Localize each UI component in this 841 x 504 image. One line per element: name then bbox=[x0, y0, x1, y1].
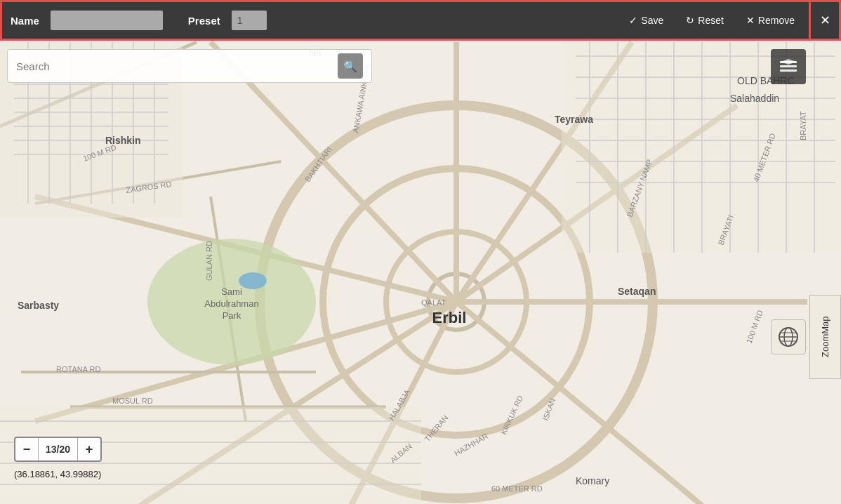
zoom-out-button[interactable]: − bbox=[15, 438, 38, 460]
svg-text:ROTANA RD: ROTANA RD bbox=[56, 365, 100, 373]
svg-text:Salahaddin: Salahaddin bbox=[730, 93, 779, 104]
remove-label: Remove bbox=[758, 15, 795, 26]
svg-text:QALAT: QALAT bbox=[421, 298, 446, 307]
coordinates-display: (36.18861, 43.99882) bbox=[14, 469, 101, 479]
search-button[interactable]: 🔍 bbox=[338, 53, 363, 79]
svg-rect-93 bbox=[780, 65, 797, 67]
svg-text:Erbil: Erbil bbox=[432, 309, 467, 326]
svg-text:MOSUL RD: MOSUL RD bbox=[112, 397, 153, 405]
name-input[interactable] bbox=[51, 11, 163, 30]
search-icon: 🔍 bbox=[343, 60, 357, 73]
zoom-level: 13/20 bbox=[38, 438, 78, 460]
svg-marker-95 bbox=[781, 59, 796, 65]
svg-text:Setaqan: Setaqan bbox=[618, 286, 656, 297]
globe-icon bbox=[777, 326, 800, 348]
basemap-button[interactable] bbox=[771, 319, 806, 354]
zoom-controls: − 13/20 + bbox=[14, 437, 102, 462]
preset-input[interactable] bbox=[232, 11, 267, 30]
search-input[interactable] bbox=[16, 60, 338, 72]
svg-text:GULAN RD: GULAN RD bbox=[205, 241, 213, 281]
reset-button[interactable]: ↻ Reset bbox=[680, 12, 729, 29]
layers-icon bbox=[778, 56, 799, 77]
svg-point-21 bbox=[239, 272, 267, 289]
svg-text:Komary: Komary bbox=[576, 475, 609, 486]
svg-text:Rishkin: Rishkin bbox=[105, 135, 141, 146]
preset-label: Preset bbox=[188, 15, 220, 27]
svg-text:60 METER RD: 60 METER RD bbox=[491, 484, 543, 493]
svg-text:Sami: Sami bbox=[221, 286, 242, 297]
svg-text:BRAYAT: BRAYAT bbox=[799, 111, 807, 140]
remove-x-icon: ✕ bbox=[746, 15, 755, 26]
save-button[interactable]: ✓ Save bbox=[623, 12, 669, 29]
svg-text:Park: Park bbox=[223, 310, 241, 321]
svg-text:Abdulrahman: Abdulrahman bbox=[204, 298, 258, 309]
zoommap-panel[interactable]: ZoomMap bbox=[809, 295, 841, 379]
search-box: 🔍 bbox=[7, 49, 372, 83]
save-check-icon: ✓ bbox=[629, 15, 637, 26]
svg-text:Sarbasty: Sarbasty bbox=[18, 300, 59, 311]
svg-rect-94 bbox=[780, 69, 797, 72]
toolbar: Name Preset ✓ Save ↻ Reset ✕ Remove bbox=[0, 0, 811, 41]
close-icon: ✕ bbox=[820, 13, 830, 28]
reset-icon: ↻ bbox=[686, 15, 694, 26]
name-label: Name bbox=[11, 15, 39, 27]
save-label: Save bbox=[641, 15, 663, 26]
zoommap-text: ZoomMap bbox=[820, 317, 830, 358]
coordinates-text: (36.18861, 43.99882) bbox=[14, 469, 101, 479]
remove-button[interactable]: ✕ Remove bbox=[741, 12, 800, 29]
layers-button[interactable] bbox=[771, 49, 806, 84]
svg-text:Teyrawa: Teyrawa bbox=[555, 114, 593, 125]
reset-label: Reset bbox=[698, 15, 724, 26]
close-button[interactable]: ✕ bbox=[811, 0, 841, 41]
zoom-in-button[interactable]: + bbox=[78, 438, 100, 460]
